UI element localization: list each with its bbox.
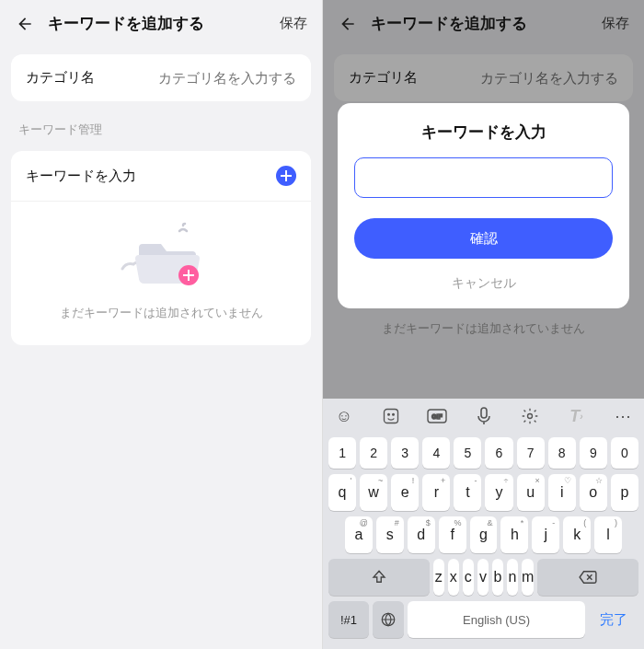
key-2[interactable]: 2 <box>360 437 387 469</box>
category-card: カテゴリ名 <box>11 54 311 101</box>
category-label: カテゴリ名 <box>26 69 95 87</box>
section-label: キーワード管理 <box>0 109 322 144</box>
settings-icon[interactable] <box>520 406 540 426</box>
key-o[interactable]: o☆ <box>580 474 607 511</box>
cancel-button[interactable]: キャンセル <box>354 272 613 296</box>
svg-rect-6 <box>481 408 487 418</box>
keyword-dialog: キーワードを入力 確認 キャンセル <box>338 103 629 308</box>
key-8[interactable]: 8 <box>548 437 576 469</box>
svg-point-7 <box>528 414 533 419</box>
keyboard-toolbar: ☺ GIF T› ⋯ <box>323 399 644 434</box>
empty-text: まだキーワードは追加されていません <box>11 305 311 321</box>
category-row[interactable]: カテゴリ名 <box>11 54 311 101</box>
key-1[interactable]: 1 <box>328 437 356 469</box>
svg-rect-1 <box>384 410 397 423</box>
empty-folder-icon <box>115 218 207 292</box>
key-n[interactable]: n <box>507 559 518 596</box>
globe-key[interactable] <box>373 601 404 638</box>
space-key[interactable]: English (US) <box>408 601 585 638</box>
key-k[interactable]: k( <box>563 516 591 553</box>
key-b[interactable]: b <box>492 559 503 596</box>
key-y[interactable]: y÷ <box>485 474 512 511</box>
key-q[interactable]: q' <box>328 474 356 511</box>
key-l[interactable]: l) <box>594 516 622 553</box>
key-7[interactable]: 7 <box>517 437 545 469</box>
key-3[interactable]: 3 <box>391 437 419 469</box>
back-button[interactable] <box>15 14 35 34</box>
key-g[interactable]: g& <box>470 516 498 553</box>
save-button[interactable]: 保存 <box>280 15 307 32</box>
svg-point-3 <box>392 414 394 416</box>
add-keyword-row[interactable]: キーワードを入力 <box>11 151 311 202</box>
key-p[interactable]: p <box>611 474 638 511</box>
key-d[interactable]: d$ <box>408 516 435 553</box>
backspace-key[interactable] <box>537 559 638 596</box>
key-5[interactable]: 5 <box>454 437 481 469</box>
key-t[interactable]: t- <box>454 474 481 511</box>
key-h[interactable]: h* <box>500 516 528 553</box>
key-m[interactable]: m <box>522 559 534 596</box>
category-input[interactable] <box>95 70 296 86</box>
key-6[interactable]: 6 <box>485 437 512 469</box>
svg-text:GIF: GIF <box>431 413 443 420</box>
mic-icon[interactable] <box>474 406 494 426</box>
key-9[interactable]: 9 <box>580 437 607 469</box>
emoji-icon[interactable]: ☺ <box>334 406 354 426</box>
more-icon[interactable]: ⋯ <box>613 406 633 426</box>
enter-key[interactable]: 完了 <box>589 601 638 638</box>
svg-point-2 <box>387 414 389 416</box>
keyword-input[interactable] <box>354 157 613 198</box>
key-j[interactable]: j- <box>532 516 559 553</box>
text-style-icon[interactable]: T› <box>567 406 587 426</box>
key-0[interactable]: 0 <box>611 437 638 469</box>
key-u[interactable]: u× <box>517 474 545 511</box>
shift-key[interactable] <box>328 559 430 596</box>
right-screen: キーワードを追加する 保存 カテゴリ名 まだキーワードは追加されていません キー… <box>322 0 644 649</box>
key-s[interactable]: s# <box>376 516 404 553</box>
key-e[interactable]: e! <box>391 474 419 511</box>
key-x[interactable]: x <box>448 559 459 596</box>
gif-icon[interactable]: GIF <box>427 406 447 426</box>
left-screen: キーワードを追加する 保存 カテゴリ名 キーワード管理 キーワードを入力 <box>0 0 322 649</box>
key-a[interactable]: a@ <box>345 516 373 553</box>
page-title: キーワードを追加する <box>48 13 280 34</box>
confirm-button[interactable]: 確認 <box>354 218 613 259</box>
key-r[interactable]: r+ <box>422 474 450 511</box>
key-v[interactable]: v <box>477 559 489 596</box>
soft-keyboard: ☺ GIF T› ⋯ 1234567890 q'w~e!r+t-y÷u×i♡o☆… <box>323 399 644 649</box>
key-z[interactable]: z <box>433 559 444 596</box>
keyword-card: キーワードを入力 まだキーワードは追加されていません <box>11 151 311 345</box>
mode-key[interactable]: !#1 <box>328 601 369 638</box>
app-header: キーワードを追加する 保存 <box>0 0 322 47</box>
key-c[interactable]: c <box>463 559 474 596</box>
key-i[interactable]: i♡ <box>548 474 576 511</box>
key-w[interactable]: w~ <box>360 474 387 511</box>
plus-icon[interactable] <box>276 166 296 186</box>
key-4[interactable]: 4 <box>422 437 450 469</box>
sticker-icon[interactable] <box>381 406 401 426</box>
dialog-title: キーワードを入力 <box>354 122 613 143</box>
add-keyword-label: キーワードを入力 <box>26 168 136 185</box>
key-f[interactable]: f% <box>439 516 466 553</box>
keyboard-keys: 1234567890 q'w~e!r+t-y÷u×i♡o☆p a@s#d$f%g… <box>323 434 644 649</box>
empty-state: まだキーワードは追加されていません <box>11 202 311 345</box>
